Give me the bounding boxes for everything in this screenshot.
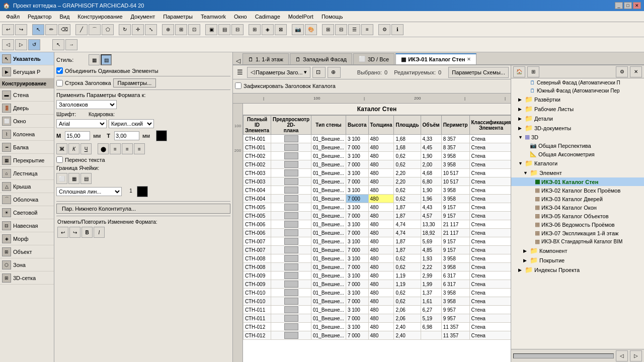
refresh-tool[interactable]: ↺	[28, 39, 40, 50]
table-row[interactable]: СТН-00501_Внешне...3 1004801,874,439 157…	[244, 203, 511, 212]
table-cell[interactable]: 1,87	[394, 237, 421, 246]
menu-view[interactable]: Вид	[55, 13, 73, 21]
table-cell[interactable]: 0,62	[394, 263, 421, 272]
table-cell[interactable]	[271, 331, 311, 340]
table-cell[interactable]: 2,00	[421, 160, 441, 169]
table-cell[interactable]: 7 000	[346, 212, 368, 220]
params-scheme-button[interactable]: Параметры Схемы...	[448, 67, 509, 78]
menu-teamwork[interactable]: Teamwork	[197, 13, 230, 21]
line-tool[interactable]: ╱	[75, 24, 88, 35]
table-cell[interactable]: 3 958	[441, 289, 469, 297]
table-cell[interactable]: 11 357	[441, 323, 469, 331]
tool-morph[interactable]: ◈ Морф	[0, 232, 54, 245]
table-cell[interactable]: 1,68	[394, 143, 421, 152]
border-style1[interactable]: ⬜	[56, 173, 67, 184]
table-cell[interactable]	[271, 263, 311, 272]
table-cell[interactable]: Стена	[469, 314, 511, 323]
maximize-button[interactable]: □	[624, 2, 632, 9]
catalog-table-container[interactable]: 100 200 Каталог Стен Полный IDЭлемента П…	[233, 104, 511, 362]
align-justify-btn[interactable]: ≡	[134, 143, 145, 154]
table-row[interactable]: СТН-00501_Внешне...7 0004801,874,579 157…	[244, 212, 511, 220]
table-cell[interactable]: СТН-005	[244, 203, 271, 212]
table-cell[interactable]: 01_Внешне...	[311, 220, 346, 229]
tool-pointer[interactable]: ↖ Указатель	[0, 52, 54, 65]
table-cell[interactable]	[271, 177, 311, 186]
tree-component[interactable]: ▶ 📁 Компонент	[511, 246, 644, 255]
table-cell[interactable]: 3 100	[346, 272, 368, 280]
table-cell[interactable]: СТН-011	[244, 306, 271, 314]
encoding-select[interactable]: Кирил...ский	[109, 119, 154, 128]
table-cell[interactable]: 480	[368, 254, 394, 263]
tool-window[interactable]: ⬜ Окно	[0, 115, 54, 128]
tool-zone[interactable]: ⬡ Зона	[0, 258, 54, 272]
table-cell[interactable]: 480	[368, 143, 394, 152]
table-cell[interactable]: 9 157	[441, 203, 469, 212]
table-cell[interactable]: 01_Внешне...	[311, 169, 346, 177]
table-row[interactable]: СТН-00701_Внешне...3 1004801,875,699 157…	[244, 237, 511, 246]
table-cell[interactable]: СТН-005	[244, 212, 271, 220]
align-left-btn[interactable]: ⬤	[98, 143, 109, 154]
bold-format-btn[interactable]: B	[82, 227, 93, 238]
tree-axo[interactable]: 📐 Общая Аксонометрия	[511, 150, 644, 158]
catalog-menu-btn[interactable]: ☰	[235, 68, 245, 76]
table-cell[interactable]	[271, 220, 311, 229]
tool-stair[interactable]: ⌂ Лестница	[0, 167, 54, 180]
table-cell[interactable]: 4,74	[394, 229, 421, 237]
table-cell[interactable]	[421, 331, 441, 340]
table-cell[interactable]: 2,40	[394, 331, 421, 340]
table-row[interactable]: СТН-00201_Внешне...7 0004800,622,003 958…	[244, 160, 511, 169]
table-cell[interactable]	[271, 160, 311, 169]
table-cell[interactable]	[271, 272, 311, 280]
table-row[interactable]: СТН-01101_Внешне...7 0004802,065,199 957…	[244, 314, 511, 323]
table-cell[interactable]: 480	[368, 212, 394, 220]
table-cell[interactable]: Стена	[469, 203, 511, 212]
table-cell[interactable]: 01_Внешне...	[311, 186, 346, 195]
table-cell[interactable]: 01_Внешне...	[311, 212, 346, 220]
table-cell[interactable]: Стена	[469, 237, 511, 246]
table-row[interactable]: СТН-00101_Внешне...7 0004801,684,458 357…	[244, 143, 511, 152]
pointer-tool[interactable]: ↖	[32, 24, 44, 35]
lock-tool[interactable]: ⊡	[188, 24, 200, 35]
menu-params[interactable]: Параметры	[159, 13, 197, 21]
table-row[interactable]: СТН-01001_Внешне...7 0004800,621,613 958…	[244, 297, 511, 306]
table-cell[interactable]: 0,62	[394, 195, 421, 203]
rubber-tool[interactable]: ⌫	[58, 24, 70, 35]
table-cell[interactable]: 3 958	[441, 263, 469, 272]
italic-btn[interactable]: К	[68, 143, 79, 154]
table-cell[interactable]: 4,45	[421, 143, 441, 152]
tree-project-index[interactable]: ▶ 📁 Индексы Проекта	[511, 265, 644, 275]
table-row[interactable]: СТН-00201_Внешне...3 1004800,621,903 958…	[244, 152, 511, 160]
table-cell[interactable]: Стена	[469, 280, 511, 289]
table-cell[interactable]: СТН-003	[244, 177, 271, 186]
font-select[interactable]: Arial	[56, 119, 107, 128]
table-cell[interactable]	[271, 135, 311, 143]
table-cell[interactable]: 3 100	[346, 237, 368, 246]
table-cell[interactable]: 4,85	[421, 246, 441, 254]
table-cell[interactable]: 7 000	[346, 246, 368, 254]
table-cell[interactable]: СТН-004	[244, 195, 271, 203]
table-cell[interactable]: 480	[368, 246, 394, 254]
table-cell[interactable]: 3 100	[346, 152, 368, 160]
table-cell[interactable]: СТН-007	[244, 246, 271, 254]
tree-docs3d[interactable]: ▶ 📁 3D-документы	[511, 123, 644, 133]
table-cell[interactable]: 01_Внешне...	[311, 203, 346, 212]
table-cell[interactable]: 01_Внешне...	[311, 160, 346, 169]
fix-header-check[interactable]	[235, 82, 242, 89]
table-cell[interactable]: Стена	[469, 229, 511, 237]
table-cell[interactable]: 2,06	[394, 314, 421, 323]
table-cell[interactable]	[271, 229, 311, 237]
table-row[interactable]: СТН-01201_Внешне...3 1004802,406,9811 35…	[244, 323, 511, 331]
right-nav-right[interactable]: ▷	[630, 350, 642, 361]
menu-modelport[interactable]: ModelPort	[284, 13, 317, 21]
redo-format-btn[interactable]: ↪	[69, 227, 80, 238]
tree-cat02[interactable]: ▦ ИКЭ-02 Каталог Всех Проёмов	[511, 186, 644, 195]
camera-tool[interactable]: 📷	[292, 24, 304, 35]
table-row[interactable]: СТН-00601_Внешне...3 1004804,7413,3021 1…	[244, 220, 511, 229]
table-cell[interactable]: СТН-012	[244, 331, 271, 340]
tool-overlap[interactable]: ▦ Перекрытие	[0, 154, 54, 167]
table-row[interactable]: СТН-01001_Внешне...3 1004800,621,373 958…	[244, 289, 511, 297]
table-cell[interactable]: 1,37	[421, 289, 441, 297]
rotate-tool[interactable]: ↻	[119, 24, 131, 35]
table-cell[interactable]: 7 000	[346, 229, 368, 237]
table-cell[interactable]: 0,62	[394, 160, 421, 169]
